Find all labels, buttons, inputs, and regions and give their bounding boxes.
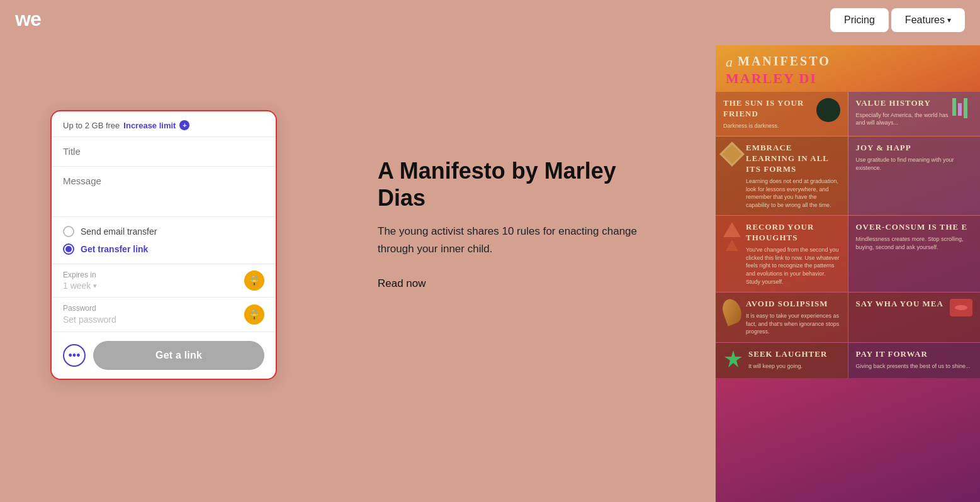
message-input[interactable]: [63, 176, 264, 186]
card-header: Up to 2 GB free Increase limit +: [52, 111, 276, 137]
svg-marker-1: [724, 350, 742, 367]
navbar: we Pricing Features ▾: [0, 0, 980, 40]
manifesto-cell-5: RECORD YOUR THOUGHTS You've changed from…: [716, 216, 848, 292]
manifesto-cell-8: SAY WHA YOU MEA: [848, 293, 981, 342]
diamond-icon: [723, 145, 741, 209]
article-title: A Manifesto by Marley Dias: [378, 157, 642, 211]
expires-section: Expires in 1 week ▾ 🔒: [52, 264, 276, 298]
cell-9-title: SEEK LAUGHTER: [748, 349, 827, 360]
link-radio[interactable]: [63, 243, 74, 255]
cell-3-title: EMBRACE LEARNING IN ALL ITS FORMS: [746, 143, 840, 175]
cell-3-desc: Learning does not end at graduation, loo…: [746, 177, 840, 209]
main-content: A Manifesto by Marley Dias The young act…: [378, 157, 642, 290]
title-field[interactable]: [52, 137, 276, 167]
cell-10-desc: Giving back presents the best of us to s…: [856, 362, 973, 371]
more-options-button[interactable]: •••: [63, 344, 86, 367]
manifesto-title-text: MANIFESTO: [738, 54, 831, 69]
send-email-label: Send email transfer: [81, 226, 157, 237]
cell-7-title: AVOID SOLIPSISM: [746, 299, 840, 310]
cell-9-desc: It will keep you going.: [748, 362, 827, 371]
pricing-button[interactable]: Pricing: [830, 8, 889, 32]
increase-limit-icon[interactable]: +: [179, 120, 189, 130]
features-button[interactable]: Features ▾: [891, 8, 965, 32]
manifesto-cell-7: AVOID SOLIPSISM It is easy to take your …: [716, 293, 848, 342]
password-placeholder-text: Set password: [63, 315, 116, 325]
manifesto-cell-2: VALUE HISTORY Especially for America, th…: [848, 92, 981, 136]
cell-1-desc: Darkness is darkness.: [723, 122, 813, 130]
svg-text:we: we: [15, 8, 41, 30]
cell-5-desc: You've changed from the second you click…: [746, 246, 840, 286]
cell-6-title: OVER-CONSUM IS THE E: [856, 222, 973, 233]
expires-lock-icon: 🔒: [244, 271, 264, 291]
chevron-down-icon: ▾: [947, 16, 951, 25]
cell-4-title: JOY & HAPP: [856, 143, 973, 153]
triangle-icon: [723, 222, 741, 286]
read-now-button[interactable]: Read now: [378, 277, 426, 290]
manifesto-panel: a MANIFESTO MARLEY DI THE SUN IS YOUR FR…: [716, 45, 980, 502]
storage-info-text: Up to 2 GB free: [63, 121, 120, 130]
value-history-icon: [952, 98, 972, 118]
password-section: Password Set password 🔒: [52, 298, 276, 332]
manifesto-cell-4: JOY & HAPP Use gratitude to find meaning…: [848, 137, 981, 215]
manifesto-cell-9: SEEK LAUGHTER It will keep you going.: [716, 343, 848, 378]
lips-icon: [950, 299, 972, 316]
manifesto-subtitle-text: MARLEY DI: [716, 70, 980, 92]
title-input[interactable]: [63, 146, 264, 157]
expires-label: Expires in: [63, 271, 97, 279]
manifesto-grid: THE SUN IS YOUR FRIEND Darkness is darkn…: [716, 92, 980, 378]
manifesto-cell-1: THE SUN IS YOUR FRIEND Darkness is darkn…: [716, 92, 848, 136]
manifesto-cell-3: EMBRACE LEARNING IN ALL ITS FORMS Learni…: [716, 137, 848, 215]
get-link-label: Get transfer link: [81, 244, 148, 254]
manifesto-prefix: a: [726, 54, 733, 70]
card-footer: ••• Get a link: [52, 332, 276, 379]
cell-6-desc: Mindlessness creates more. Stop scrollin…: [856, 235, 973, 251]
upload-card: Up to 2 GB free Increase limit + Send em…: [50, 110, 277, 380]
cell-4-desc: Use gratitude to find meaning with your …: [856, 156, 973, 172]
get-link-option[interactable]: Get transfer link: [63, 243, 264, 255]
cell-7-desc: It is easy to take your experiences as f…: [746, 312, 840, 336]
cell-2-title: VALUE HISTORY: [856, 98, 950, 109]
expires-value-row: 1 week ▾: [63, 281, 97, 291]
password-lock-icon: 🔒: [244, 304, 264, 325]
password-info: Password Set password: [63, 304, 116, 325]
expires-info: Expires in 1 week ▾: [63, 271, 97, 291]
article-description: The young activist shares 10 rules for e…: [378, 223, 642, 257]
cell-8-title: SAY WHA YOU MEA: [856, 299, 943, 310]
nav-right: Pricing Features ▾: [830, 8, 965, 32]
manifesto-cell-10: PAY IT FORWAR Giving back presents the b…: [848, 343, 981, 378]
increase-limit-link[interactable]: Increase limit: [123, 121, 176, 130]
email-radio[interactable]: [63, 226, 74, 237]
password-label: Password: [63, 304, 116, 313]
dropdown-chevron-icon: ▾: [93, 282, 97, 290]
sun-circle-icon: [816, 98, 840, 122]
send-email-option[interactable]: Send email transfer: [63, 226, 264, 237]
cell-2-desc: Especially for America, the world has an…: [856, 111, 950, 127]
cell-5-title: RECORD YOUR THOUGHTS: [746, 222, 840, 243]
shell-icon: [723, 299, 741, 324]
manifesto-cell-6: OVER-CONSUM IS THE E Mindlessness create…: [848, 216, 981, 292]
transfer-options: Send email transfer Get transfer link: [52, 217, 276, 264]
get-link-button[interactable]: Get a link: [93, 341, 264, 370]
message-field[interactable]: [52, 167, 276, 217]
logo: we: [15, 6, 53, 35]
manifesto-header-row: a MANIFESTO: [716, 45, 980, 70]
star-icon: [723, 349, 743, 372]
cell-1-title: THE SUN IS YOUR FRIEND: [723, 98, 813, 120]
cell-10-title: PAY IT FORWAR: [856, 349, 973, 360]
